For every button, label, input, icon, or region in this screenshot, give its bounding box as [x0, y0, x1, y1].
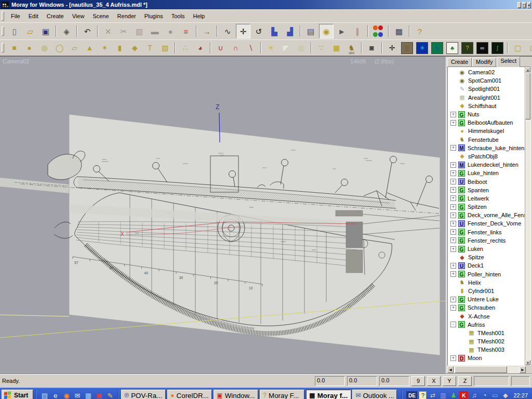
task-button-coreldr[interactable]: ●CorelDR...	[167, 390, 212, 399]
antivirus-icon[interactable]: K	[459, 391, 468, 399]
cone-primitive-icon[interactable]: ▲	[83, 41, 97, 55]
scale-icon[interactable]: ▙	[267, 24, 282, 38]
tree-item-fenster-deck-vorne[interactable]: +UFenster_Deck_Vorne	[448, 219, 525, 228]
tree-texture-icon[interactable]: ♣	[446, 42, 458, 54]
menu-scene[interactable]: Scene	[88, 11, 113, 21]
eraser-icon[interactable]: ◆	[501, 391, 510, 399]
tree-item-leitwerk[interactable]: +GLeitwerk	[448, 194, 525, 203]
cylinder-primitive-icon[interactable]: ▮	[113, 41, 127, 55]
sphere-primitive-icon[interactable]: ●	[22, 41, 36, 55]
horizontal-scroll-track[interactable]	[454, 366, 520, 373]
heightfield-rock-icon[interactable]: ▧	[158, 41, 172, 55]
task-button-moray-f[interactable]: ▩Moray f...	[306, 390, 351, 399]
toolbar-grip[interactable]	[2, 11, 4, 21]
text-primitive-icon[interactable]: T	[143, 41, 157, 55]
floppy-save-icon[interactable]: ▣	[94, 391, 104, 399]
object-properties-icon[interactable]: ▤	[303, 24, 318, 38]
tree-item-fenster-rechts[interactable]: +GFenster_rechts	[448, 236, 525, 245]
tree-item-x-achse[interactable]: ◆X-Achse	[448, 312, 525, 320]
tree-item-tmesh002[interactable]: ▦TMesh002	[448, 337, 525, 345]
help-icon[interactable]: ?	[413, 24, 427, 38]
blob-group-icon[interactable]: ∴	[178, 41, 192, 55]
tree-item-deck1[interactable]: +UDeck1	[448, 261, 525, 270]
star-primitive-icon[interactable]: ✶	[98, 41, 112, 55]
tree-item-lukendeckel-hinten[interactable]: +MLukendeckel_hinten	[448, 161, 525, 169]
taskbar-clock[interactable]: 22:27	[513, 392, 528, 398]
expand-icon[interactable]: +	[450, 229, 456, 235]
move-icon[interactable]: ✛	[236, 24, 250, 38]
rounded-box-icon[interactable]: ▢	[511, 41, 525, 55]
expand-icon[interactable]: +	[450, 204, 456, 210]
tree-item-arealight001[interactable]: ▦Arealight001	[448, 94, 525, 102]
expand-icon[interactable]: +	[450, 120, 456, 126]
language-indicator[interactable]: DE	[406, 391, 417, 399]
task-button-moray-f[interactable]: ?Moray F...	[260, 390, 304, 399]
tab-create[interactable]: Create	[447, 58, 472, 66]
expand-icon[interactable]: +	[450, 195, 456, 201]
scroll-down-icon[interactable]: ▼	[525, 360, 530, 365]
tree-item-spatchobj8[interactable]: ◆sPatchObj8	[448, 152, 525, 161]
expand-icon[interactable]: +	[450, 187, 456, 193]
material-query-icon[interactable]: ?	[461, 42, 473, 54]
tree-item-fenstertube[interactable]: ♞Fenstertube	[448, 136, 525, 144]
title-bar[interactable]: Moray for Windows - [nautilus_35_4 Aufri…	[0, 0, 532, 9]
expand-icon[interactable]: +	[450, 305, 456, 311]
axis-button-z[interactable]: Z	[458, 376, 472, 386]
save-icon[interactable]: ▣	[38, 24, 53, 38]
mail-icon[interactable]: ✉	[72, 391, 82, 399]
scroll-up-icon[interactable]: ▲	[525, 67, 530, 72]
restore-button[interactable]: □	[522, 2, 526, 8]
horizontal-scroll-thumb[interactable]	[455, 366, 507, 373]
tree-item-luken[interactable]: +GLuken	[448, 245, 525, 253]
tray-help-icon[interactable]: ?	[419, 391, 427, 399]
coordinate-field[interactable]: 0.0	[347, 376, 377, 386]
pause-icon[interactable]: ∥	[350, 24, 365, 38]
expand-icon[interactable]: +	[450, 237, 456, 243]
scale-uniform-icon[interactable]: ▟	[283, 24, 297, 38]
next-keyframe-icon[interactable]: ►	[335, 24, 349, 38]
expand-icon[interactable]: +	[450, 355, 456, 361]
copy-icon[interactable]: ▥	[132, 24, 147, 38]
tree-item-spanten[interactable]: +GSpanten	[448, 186, 525, 194]
moray-logo-icon[interactable]	[2, 2, 9, 8]
quick-render-icon[interactable]: ◈	[59, 24, 74, 38]
delete-icon[interactable]: ✕	[101, 24, 115, 38]
tree-item-cylndr001[interactable]: ▮Cylndr001	[448, 287, 525, 295]
tree-horizontal-scrollbar[interactable]: ◀ ▶	[447, 366, 531, 373]
navigation-icon[interactable]: ✛	[385, 41, 399, 55]
expand-icon[interactable]: +	[450, 263, 456, 269]
axis-button-y[interactable]: Y	[443, 376, 456, 386]
tree-item-spotlight001[interactable]: ✎Spotlight001	[448, 85, 525, 93]
viewport-canvas[interactable]: X Z 575040302010	[0, 57, 446, 374]
capsule-icon[interactable]: ◻	[526, 41, 532, 55]
start-button[interactable]: Start	[2, 390, 33, 399]
coordinate-field[interactable]: 0.0	[379, 376, 409, 386]
task-button-outlook[interactable]: ✉Outlook ...	[352, 390, 397, 399]
tree-item-nuts[interactable]: +GNuts	[448, 110, 525, 118]
rock-texture-icon[interactable]: ▒	[401, 42, 413, 54]
new-file-icon[interactable]: ▯	[7, 24, 22, 38]
import-icon[interactable]: →	[200, 24, 214, 38]
tree-vertical-scrollbar[interactable]: ▲ ▼	[525, 67, 530, 365]
disc-primitive-icon[interactable]: ◎	[37, 41, 51, 55]
plasma-texture-icon[interactable]: ✳	[416, 42, 428, 54]
vertical-scroll-thumb[interactable]	[525, 73, 530, 119]
pie-slice-icon[interactable]: ◕	[193, 41, 207, 55]
menu-render[interactable]: Render	[113, 11, 140, 21]
viewport[interactable]: X Z 575040302010 Camera02	[0, 57, 446, 374]
show-object-icon[interactable]: ◉	[319, 24, 334, 38]
tree-item-schraube-luke-hinten[interactable]: +MSchraube_luke_hinten	[448, 144, 525, 152]
axis-button-x[interactable]: X	[427, 376, 441, 386]
render-settings-icon[interactable]: ▩	[392, 24, 406, 38]
materials-editor-icon[interactable]	[371, 24, 385, 38]
volume-icon[interactable]: ♫	[470, 391, 478, 399]
tree-item-beibootaufbauten[interactable]: +GBeibootAufbauten	[448, 118, 525, 127]
menu-file[interactable]: File	[7, 11, 24, 21]
undo-icon[interactable]: ↶	[80, 24, 95, 38]
arealight-icon[interactable]: ▦	[294, 41, 308, 55]
expand-icon[interactable]: +	[450, 170, 456, 176]
menu-tools[interactable]: Tools	[167, 11, 189, 21]
network-icon[interactable]: ▥	[438, 391, 447, 399]
clock-tray-icon[interactable]: ◔	[480, 391, 489, 399]
blob-icon[interactable]: ●	[163, 24, 178, 38]
